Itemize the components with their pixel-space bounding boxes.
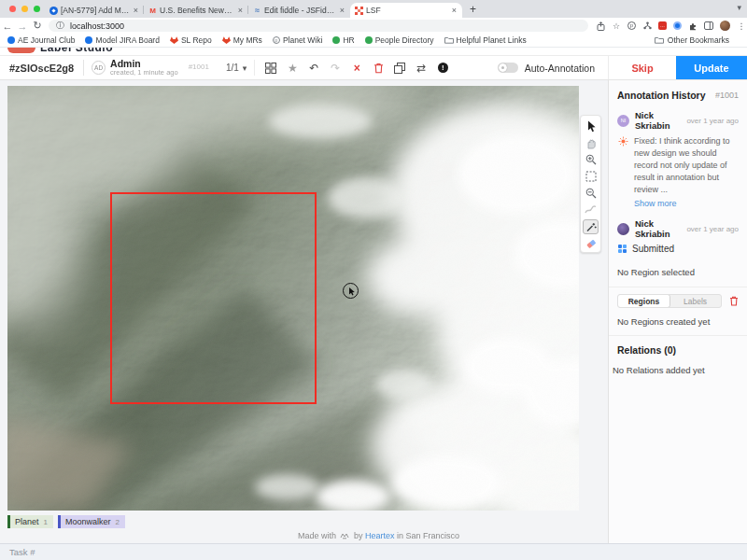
history-comment: Fixed: I think according to new design w… — [617, 135, 739, 196]
made-with-note: Made with by Heartex in San Francisco — [0, 531, 608, 540]
close-tab-icon[interactable]: × — [451, 6, 458, 15]
site-info-icon[interactable]: ⓘ — [56, 20, 64, 32]
bookmark-planet-wiki[interactable]: pPlanet Wiki — [273, 35, 323, 45]
app-logo-clipped: Label Studio — [0, 48, 747, 55]
bookmark-favicon — [85, 36, 92, 44]
extension-blue-icon[interactable] — [673, 21, 682, 30]
magic-wand-cursor — [343, 283, 359, 299]
delete-annotation-icon[interactable] — [372, 62, 385, 75]
history-entry[interactable]: Nick Skriabin over 1 year ago — [617, 218, 739, 239]
labels-tab[interactable]: Labels — [669, 295, 721, 307]
tool-column — [580, 115, 601, 253]
close-tab-icon[interactable]: × — [339, 6, 345, 15]
label-studio-logo-icon — [7, 48, 35, 53]
info-icon[interactable]: ! — [436, 62, 449, 75]
pan-tool[interactable] — [582, 135, 599, 152]
reload-icon[interactable]: ↻ — [30, 20, 45, 32]
bookmark-sl-repo[interactable]: SL Repo — [170, 35, 212, 45]
task-footer: Task # — [0, 543, 747, 560]
bookmark-favicon — [332, 36, 340, 44]
folder-icon — [655, 36, 664, 44]
tab-lsf-active[interactable]: LSF × — [350, 3, 462, 18]
compare-icon[interactable]: ⇄ — [415, 62, 428, 75]
annotation-owner: AD Admin created, 1 minute ago #1001 — [84, 59, 217, 77]
back-icon[interactable]: ← — [0, 21, 15, 32]
redo-icon[interactable]: ↷ — [329, 62, 342, 75]
label-tag-planet[interactable]: Planet1 — [7, 515, 53, 528]
auto-annotation-toggle[interactable] — [498, 63, 518, 73]
bookmark-helpful-planet-links-folder[interactable]: Helpful Planet Links — [444, 35, 527, 45]
hotkey-badge: 2 — [116, 518, 120, 526]
close-window-button[interactable] — [9, 6, 16, 12]
minimize-window-button[interactable] — [21, 6, 28, 12]
skip-button[interactable]: Skip — [608, 56, 676, 79]
browser-menu-icon[interactable]: ⋮ — [737, 21, 746, 31]
eraser-tool[interactable] — [582, 235, 599, 252]
extension-p-icon[interactable]: p — [627, 21, 636, 30]
side-panel-icon[interactable] — [704, 21, 713, 31]
tab-jira[interactable]: [AN-5779] Add Magic Wand fu... × — [45, 3, 144, 18]
tab-jsfiddle[interactable]: ≈ Edit fiddle - JSFiddle - Code Pl... × — [248, 3, 350, 18]
toolbar-icon-group: ★ ↶ ↷ × ⇄ ! — [254, 60, 449, 76]
bookmark-star-icon[interactable]: ☆ — [612, 21, 621, 31]
duplicate-icon[interactable] — [393, 62, 406, 75]
close-tab-icon[interactable]: × — [133, 6, 139, 15]
annotation-history-title: Annotation History — [617, 90, 706, 101]
history-user-name: Nick Skriabin — [635, 110, 681, 131]
auto-annotation-label: Auto-Annotation — [525, 63, 595, 74]
extension-share-tree-icon[interactable] — [642, 21, 652, 31]
url-bar[interactable]: ⓘ localhost:3000 — [49, 20, 588, 32]
delete-regions-icon[interactable] — [729, 296, 739, 306]
extensions-puzzle-icon[interactable] — [688, 21, 698, 31]
regions-labels-switch: Regions Labels — [617, 287, 739, 315]
regions-tab[interactable]: Regions — [617, 294, 670, 308]
show-more-link[interactable]: Show more — [617, 199, 739, 208]
star-icon[interactable]: ★ — [286, 62, 299, 75]
no-relations-text: No Relations added yet — [613, 365, 739, 375]
label-tag-moonwalker[interactable]: Moonwalker2 — [58, 515, 125, 528]
fit-screen-tool[interactable] — [582, 168, 599, 185]
image-canvas-area: Planet1 Moonwalker2 Made with by Heartex… — [0, 80, 608, 543]
reset-icon[interactable]: × — [350, 62, 363, 75]
forward-icon[interactable]: → — [15, 21, 30, 32]
bookmark-model-jira-board[interactable]: Model JIRA Board — [85, 35, 160, 45]
extension-red-icon[interactable]: ... — [658, 21, 667, 30]
brush-tool[interactable] — [582, 202, 599, 218]
task-footer-label: Task # — [9, 547, 35, 557]
other-bookmarks[interactable]: Other Bookmarks — [655, 35, 729, 45]
chevron-down-icon[interactable]: ▾ — [243, 63, 247, 73]
fixed-star-icon — [618, 136, 628, 147]
label-studio-logo-text: Label Studio — [40, 48, 113, 54]
share-icon[interactable] — [596, 21, 605, 31]
jsfiddle-favicon: ≈ — [253, 7, 261, 15]
grid-view-icon[interactable] — [264, 62, 277, 75]
bookmark-my-mrs[interactable]: My MRs — [222, 35, 262, 45]
annotation-pager: 1/1 — [226, 63, 239, 73]
gmail-favicon: M — [148, 7, 157, 15]
bookmark-hr[interactable]: HR — [332, 35, 354, 45]
avatar: NI — [617, 115, 629, 127]
region-rectangle[interactable] — [110, 192, 317, 404]
bookmark-people-directory[interactable]: People Directory — [365, 35, 434, 45]
new-tab-button[interactable]: + — [470, 3, 476, 16]
undo-icon[interactable]: ↶ — [307, 62, 320, 75]
zoom-out-tool[interactable] — [582, 185, 599, 202]
tab-title: U.S. Benefits News - Open Enr... — [160, 6, 234, 15]
close-tab-icon[interactable]: × — [237, 6, 244, 15]
profile-avatar[interactable] — [720, 21, 730, 31]
history-entry[interactable]: NI Nick Skriabin over 1 year ago — [617, 110, 739, 131]
created-time: created, 1 minute ago — [110, 69, 178, 77]
bookmark-favicon — [365, 36, 373, 44]
tab-search-chevron-icon[interactable]: ▾ — [737, 3, 741, 12]
tab-gmail[interactable]: M U.S. Benefits News - Open Enr... × — [144, 3, 248, 18]
history-status: Submitted — [617, 244, 739, 254]
bookmark-ae-journal-club[interactable]: AE Journal Club — [7, 35, 75, 45]
zoom-in-tool[interactable] — [582, 152, 599, 169]
heartex-link[interactable]: Heartex — [365, 531, 395, 540]
label-tags: Planet1 Moonwalker2 — [7, 515, 125, 528]
update-button[interactable]: Update — [676, 56, 747, 79]
gitlab-icon — [222, 36, 231, 44]
move-tool[interactable] — [582, 119, 599, 135]
zoom-window-button[interactable] — [34, 6, 40, 12]
magic-wand-tool[interactable] — [583, 219, 599, 235]
